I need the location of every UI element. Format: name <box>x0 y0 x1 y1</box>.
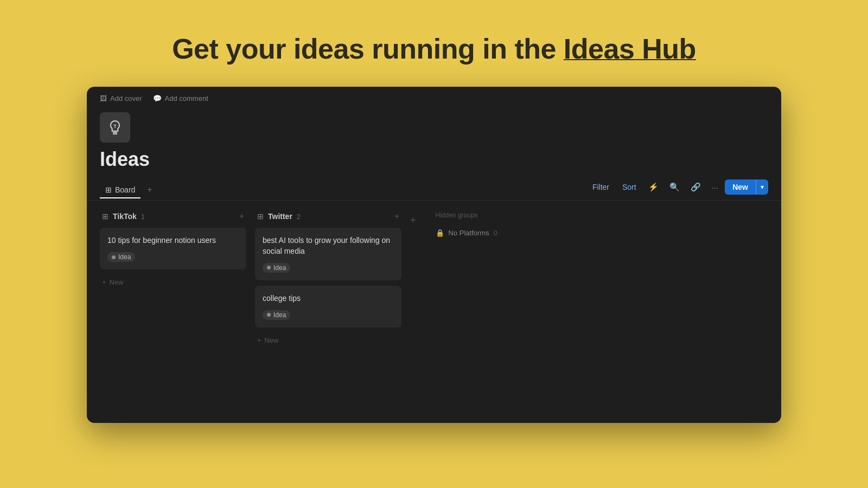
toolbar-right: Filter Sort ⚡ 🔍 🔗 ··· New ▾ <box>587 179 768 195</box>
page-icon: T <box>100 112 130 143</box>
column-twitter-header: ⊞ Twitter 2 + <box>255 211 401 221</box>
hero-title-prefix: Get your ideas running in the <box>172 33 564 65</box>
card-notion-tips-tag: Idea <box>107 252 135 262</box>
comment-icon: 💬 <box>153 94 162 102</box>
svg-text:T: T <box>113 124 117 129</box>
tiktok-new-card-button[interactable]: + New <box>100 275 246 290</box>
toolbar-left: ⊞ Board + <box>100 182 157 193</box>
tiktok-add-button[interactable]: + <box>239 211 244 221</box>
column-twitter: ⊞ Twitter 2 + best AI tools to grow your… <box>255 211 401 348</box>
cover-icon: 🖼 <box>100 94 107 102</box>
page-header: T Ideas <box>87 107 781 171</box>
twitter-new-card-button[interactable]: + New <box>255 333 401 348</box>
twitter-add-button[interactable]: + <box>394 211 399 221</box>
column-twitter-title: Twitter <box>268 212 292 221</box>
add-comment-button[interactable]: 💬 Add comment <box>153 94 208 102</box>
column-tiktok-header: ⊞ TikTok 1 + <box>100 211 246 221</box>
hidden-group-no-platforms[interactable]: 🔒 No Platforms 0 <box>433 226 542 240</box>
add-column-button[interactable]: + <box>410 211 416 226</box>
card-notion-tips-title: 10 tips for beginner notion users <box>107 235 239 246</box>
lightning-button[interactable]: ⚡ <box>644 179 663 195</box>
more-button[interactable]: ··· <box>707 180 723 195</box>
sort-button[interactable]: Sort <box>617 180 642 194</box>
card-college-tips-tag: Idea <box>263 310 290 320</box>
new-chevron-button[interactable]: ▾ <box>756 180 768 194</box>
board-content: ⊞ TikTok 1 + 10 tips for beginner notion… <box>87 201 781 358</box>
search-button[interactable]: 🔍 <box>665 179 684 195</box>
toolbar: ⊞ Board + Filter Sort ⚡ 🔍 🔗 ··· New ▾ <box>87 179 781 201</box>
hidden-groups-label: Hidden groups <box>433 211 542 219</box>
new-button-group: New ▾ <box>725 179 768 195</box>
card-ai-tools-tag: Idea <box>263 263 290 273</box>
card-ai-tools[interactable]: best AI tools to grow your following on … <box>255 228 401 280</box>
board-icon: ⊞ <box>105 185 112 194</box>
hidden-groups-column: Hidden groups 🔒 No Platforms 0 <box>433 211 542 240</box>
tab-board[interactable]: ⊞ Board <box>100 182 141 198</box>
lock-icon: 🔒 <box>436 229 444 237</box>
top-bar: 🖼 Add cover 💬 Add comment <box>87 87 781 107</box>
column-tiktok: ⊞ TikTok 1 + 10 tips for beginner notion… <box>100 211 246 290</box>
card-college-tips-title: college tips <box>263 293 394 304</box>
new-button[interactable]: New <box>725 179 756 195</box>
tab-add-button[interactable]: + <box>143 182 156 199</box>
tag-dot-2 <box>267 266 271 269</box>
card-notion-tips[interactable]: 10 tips for beginner notion users Idea <box>100 228 246 269</box>
tag-dot-3 <box>267 313 271 317</box>
tiktok-group-icon: ⊞ <box>102 212 108 221</box>
filter-button[interactable]: Filter <box>587 180 615 194</box>
card-college-tips[interactable]: college tips Idea <box>255 286 401 328</box>
hidden-group-count: 0 <box>494 229 497 237</box>
column-tiktok-title: TikTok <box>113 212 137 221</box>
plus-icon: + <box>102 278 106 286</box>
tag-dot <box>112 255 116 259</box>
twitter-group-icon: ⊞ <box>257 212 264 221</box>
hero-title: Get your ideas running in the Ideas Hub <box>172 33 696 65</box>
page-title: Ideas <box>100 148 768 171</box>
app-window: 🖼 Add cover 💬 Add comment T Ideas ⊞ Boar… <box>87 87 781 423</box>
add-cover-button[interactable]: 🖼 Add cover <box>100 94 142 102</box>
plus-icon-2: + <box>257 336 261 344</box>
hero-title-link[interactable]: Ideas Hub <box>564 33 696 65</box>
column-tiktok-count: 1 <box>141 213 145 221</box>
lightbulb-icon: T <box>106 119 124 136</box>
link-button[interactable]: 🔗 <box>686 179 705 195</box>
column-twitter-count: 2 <box>297 213 301 221</box>
card-ai-tools-title: best AI tools to grow your following on … <box>263 235 394 256</box>
hidden-group-title: No Platforms <box>449 229 489 237</box>
